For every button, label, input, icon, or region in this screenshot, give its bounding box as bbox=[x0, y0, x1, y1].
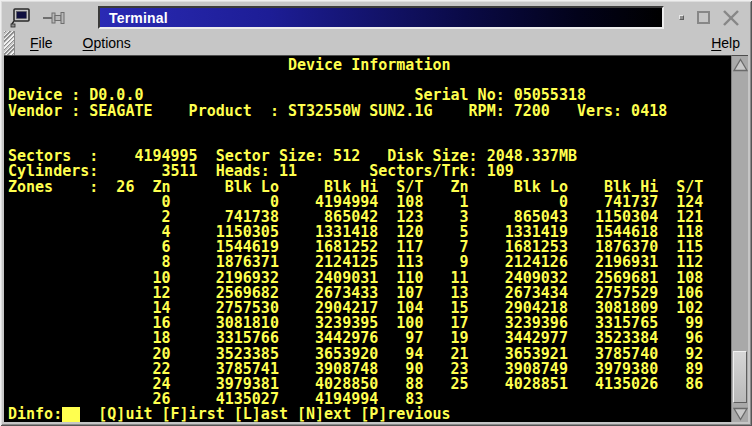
maximize-icon bbox=[697, 11, 710, 24]
menu-options[interactable]: Options bbox=[83, 35, 131, 51]
text-cursor[interactable] bbox=[62, 407, 80, 422]
scrollbar-track[interactable] bbox=[732, 73, 748, 405]
scroll-down-arrow-icon bbox=[733, 407, 748, 421]
pushpin-icon[interactable] bbox=[42, 9, 66, 27]
terminal-screen[interactable]: Device InformationDevice : D0.0.0 Serial… bbox=[4, 55, 731, 422]
close-icon bbox=[722, 10, 740, 26]
window-title: Terminal bbox=[100, 10, 168, 26]
menubar: File Options Help bbox=[4, 31, 748, 55]
menu-file[interactable]: File bbox=[30, 35, 53, 51]
terminal-text: Device InformationDevice : D0.0.0 Serial… bbox=[8, 58, 731, 422]
terminal-app-icon bbox=[10, 8, 32, 28]
window-menu-icon[interactable] bbox=[8, 6, 33, 29]
status-commands: [Q]uit [F]irst [L]ast [N]ext [P]revious bbox=[98, 405, 450, 422]
drag-handle[interactable] bbox=[4, 31, 15, 55]
scroll-up-button[interactable] bbox=[732, 56, 748, 73]
menu-help[interactable]: Help bbox=[711, 35, 740, 51]
minimize-button[interactable] bbox=[672, 15, 690, 20]
close-button[interactable] bbox=[716, 10, 746, 26]
status-line: Dinfo: [Q]uit [F]irst [L]ast [N]ext [P]r… bbox=[8, 407, 731, 422]
maximize-button[interactable] bbox=[690, 11, 716, 24]
pushpin-glyph bbox=[42, 10, 66, 26]
terminal-line: Vendor : SEAGATE Product : ST32550W SUN2… bbox=[8, 104, 731, 119]
scroll-down-button[interactable] bbox=[732, 405, 748, 422]
terminal-window: Terminal File Options Help Device Inform… bbox=[0, 0, 752, 426]
status-prompt: Dinfo: bbox=[8, 405, 62, 422]
title-area[interactable]: Terminal bbox=[98, 6, 664, 29]
scrollbar[interactable] bbox=[731, 55, 748, 422]
scrollbar-thumb[interactable] bbox=[733, 351, 747, 403]
minimize-icon bbox=[679, 15, 684, 20]
scroll-up-arrow-icon bbox=[733, 58, 748, 72]
terminal-line bbox=[8, 119, 731, 134]
terminal-line: Device Information bbox=[8, 58, 731, 73]
titlebar[interactable]: Terminal bbox=[4, 4, 748, 31]
